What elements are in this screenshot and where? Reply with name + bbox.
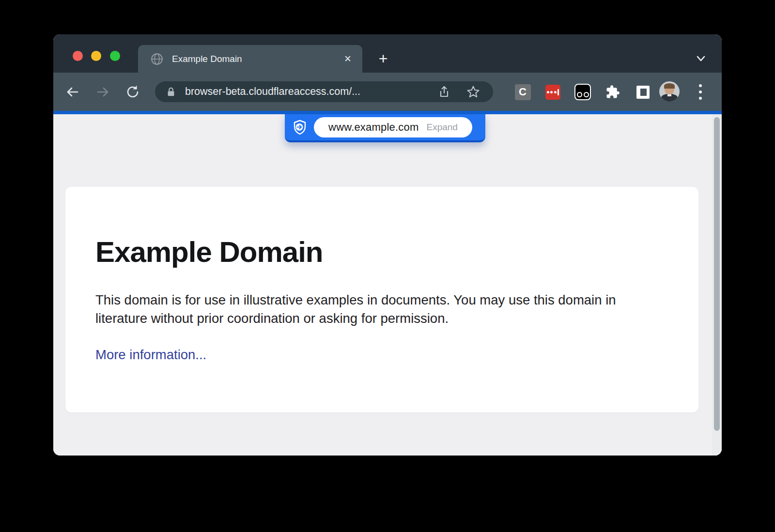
password-manager-glyph bbox=[545, 85, 560, 100]
shield-arrow-icon bbox=[292, 119, 308, 136]
globe-icon bbox=[151, 53, 163, 65]
page-paragraph: This domain is for use in illustrative e… bbox=[95, 291, 657, 328]
reload-button[interactable] bbox=[124, 84, 141, 100]
scrollbar-track[interactable] bbox=[712, 114, 722, 456]
goggles-extension-icon[interactable] bbox=[574, 83, 591, 101]
tab-close-button[interactable]: ✕ bbox=[344, 53, 352, 64]
password-manager-extension-icon[interactable] bbox=[544, 83, 561, 101]
tab-title: Example Domain bbox=[172, 54, 344, 64]
share-icon[interactable] bbox=[437, 85, 451, 99]
lock-icon bbox=[166, 87, 176, 97]
isolation-banner[interactable]: www.example.com Expand bbox=[285, 114, 485, 142]
chevron-down-icon[interactable] bbox=[694, 53, 708, 64]
isolation-accent-line bbox=[53, 111, 722, 114]
avatar bbox=[659, 81, 680, 102]
close-window-button[interactable] bbox=[73, 51, 83, 61]
goggles-glyph bbox=[574, 84, 591, 100]
example-domain-card: Example Domain This domain is for use in… bbox=[65, 187, 698, 412]
toolbar: browser-beta.cloudflareaccess.com/... C bbox=[53, 73, 722, 111]
c-extension-icon[interactable]: C bbox=[514, 83, 531, 101]
profile-avatar[interactable] bbox=[659, 81, 680, 102]
expand-button[interactable]: Expand bbox=[426, 122, 457, 133]
bookmark-star-icon[interactable] bbox=[466, 85, 480, 99]
browser-window: Example Domain ✕ + bbox=[53, 34, 722, 456]
side-panel-icon[interactable] bbox=[634, 83, 651, 101]
side-panel-glyph bbox=[636, 86, 650, 99]
page-viewport: www.example.com Expand Example Domain Th… bbox=[53, 114, 722, 456]
minimize-window-button[interactable] bbox=[91, 51, 101, 61]
extensions-puzzle-icon[interactable] bbox=[604, 83, 621, 101]
new-tab-button[interactable]: + bbox=[375, 50, 391, 67]
isolated-domain: www.example.com bbox=[328, 121, 418, 134]
zoom-window-button[interactable] bbox=[110, 51, 120, 61]
more-information-link[interactable]: More information... bbox=[95, 347, 206, 363]
url-text: browser-beta.cloudflareaccess.com/... bbox=[185, 86, 437, 98]
isolated-domain-pill: www.example.com Expand bbox=[314, 117, 472, 137]
page-title: Example Domain bbox=[95, 235, 698, 269]
tab-strip: Example Domain ✕ + bbox=[53, 34, 722, 73]
c-extension-badge: C bbox=[515, 84, 531, 100]
scrollbar-thumb[interactable] bbox=[714, 117, 720, 431]
back-button[interactable] bbox=[64, 84, 81, 100]
url-bar[interactable]: browser-beta.cloudflareaccess.com/... bbox=[155, 81, 493, 102]
three-dots-glyph bbox=[694, 84, 707, 100]
forward-button[interactable] bbox=[94, 84, 111, 100]
browser-tab[interactable]: Example Domain ✕ bbox=[138, 45, 362, 73]
browser-menu-icon[interactable] bbox=[694, 83, 707, 101]
